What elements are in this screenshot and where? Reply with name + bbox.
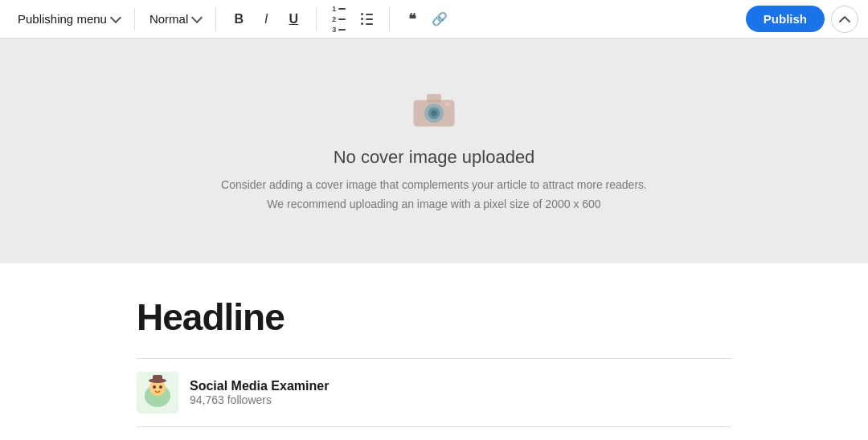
bold-button[interactable]: B xyxy=(226,6,252,32)
italic-button[interactable]: I xyxy=(253,6,279,32)
publishing-menu-button[interactable]: Publishing menu xyxy=(10,7,128,31)
publishing-menu-chevron-icon xyxy=(110,11,121,22)
avatar-illustration xyxy=(137,372,178,414)
bullet-list-button[interactable] xyxy=(354,6,379,32)
link-icon: 🔗 xyxy=(432,11,448,26)
toolbar-divider-1 xyxy=(134,8,135,31)
collapse-button[interactable] xyxy=(831,6,858,33)
camera-icon xyxy=(410,88,458,132)
ordered-list-icon: 1 2 3 xyxy=(332,5,346,34)
publish-button[interactable]: Publish xyxy=(746,6,825,32)
text-style-dropdown[interactable]: Normal xyxy=(141,7,209,31)
cover-subtitle: Consider adding a cover image that compl… xyxy=(221,176,647,214)
ordered-list-button[interactable]: 1 2 3 xyxy=(326,6,352,32)
toolbar: Publishing menu Normal B I U 1 2 3 xyxy=(0,0,868,39)
bullet-list-icon xyxy=(361,13,373,25)
cover-title: No cover image uploaded xyxy=(334,147,535,168)
svg-point-3 xyxy=(431,110,437,116)
quote-icon: ❝ xyxy=(408,12,416,26)
content-area: Headline Social Media Examiner 94 xyxy=(121,263,747,440)
svg-rect-12 xyxy=(153,375,162,381)
chevron-up-icon xyxy=(839,15,850,23)
format-button-group: B I U xyxy=(226,6,306,32)
link-button[interactable]: 🔗 xyxy=(427,6,452,32)
svg-rect-4 xyxy=(427,94,441,103)
author-followers: 94,763 followers xyxy=(190,393,329,406)
toolbar-divider-3 xyxy=(316,8,317,31)
author-divider-bottom xyxy=(137,426,731,427)
svg-rect-5 xyxy=(445,103,452,107)
author-divider-top xyxy=(137,358,731,359)
svg-point-10 xyxy=(159,385,162,389)
author-name: Social Media Examiner xyxy=(190,379,329,393)
article-headline[interactable]: Headline xyxy=(137,295,731,339)
text-style-label: Normal xyxy=(149,12,188,26)
author-row: Social Media Examiner 94,763 followers xyxy=(137,372,731,414)
toolbar-divider-2 xyxy=(215,8,216,31)
underline-button[interactable]: U xyxy=(280,6,306,32)
quote-link-group: ❝ 🔗 xyxy=(399,6,452,32)
svg-point-9 xyxy=(153,385,156,389)
author-info: Social Media Examiner 94,763 followers xyxy=(190,379,329,406)
list-button-group: 1 2 3 xyxy=(326,6,379,32)
toolbar-divider-4 xyxy=(389,8,390,31)
cover-image-area[interactable]: No cover image uploaded Consider adding … xyxy=(0,39,868,263)
publishing-menu-label: Publishing menu xyxy=(18,12,107,26)
author-avatar xyxy=(137,372,178,414)
quote-button[interactable]: ❝ xyxy=(399,6,425,32)
text-style-chevron-icon xyxy=(191,11,203,22)
